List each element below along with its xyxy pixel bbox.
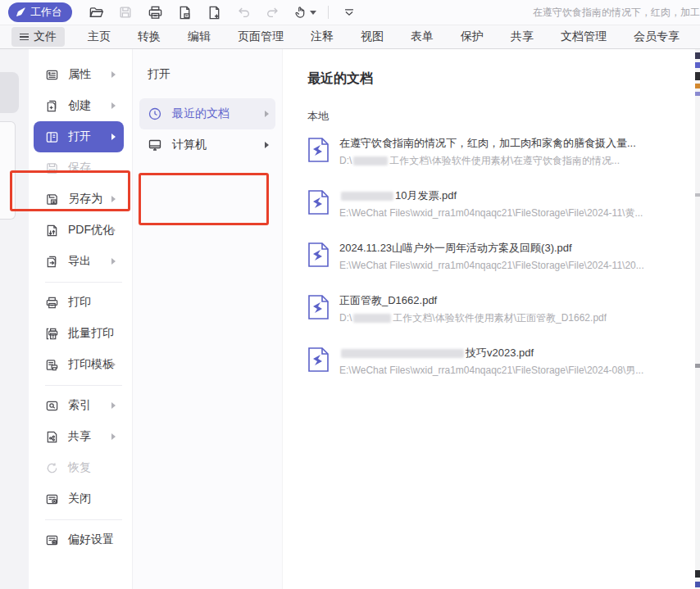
pdf-file-icon	[307, 347, 330, 373]
pdf-optimize-icon	[45, 224, 59, 238]
export-icon	[45, 255, 59, 269]
file-menu-item-create[interactable]: 创建	[34, 90, 124, 121]
submenu-arrow-icon	[111, 258, 116, 265]
recent-documents-title: 最近的文档	[307, 70, 695, 88]
workbench-button[interactable]: 工作台	[8, 2, 72, 22]
file-path: E:\WeChat Files\wxid_rra1m04nqaqc21\File…	[339, 259, 644, 272]
create-icon	[45, 99, 59, 113]
menu-tab-member[interactable]: 会员专享	[634, 29, 680, 44]
menu-tab-convert[interactable]: 转换	[138, 29, 161, 44]
file-menu-label: 关闭	[68, 492, 91, 506]
file-menu-item-save-as[interactable]: 另存为	[34, 183, 124, 215]
save-menu-icon	[45, 161, 59, 175]
file-item-text: 在遵守饮食指南的情况下，红肉，加工肉和家禽的膳食摄入量... D:\工作文档\体…	[339, 135, 636, 188]
menu-tab-view[interactable]: 视图	[361, 29, 384, 44]
file-backstage: 属性 创建 打开 保存 另存为	[0, 49, 700, 589]
page-remove-icon[interactable]	[175, 3, 193, 21]
file-menu-label: PDF优化	[68, 223, 114, 238]
menu-tab-comment[interactable]: 注释	[311, 29, 334, 44]
toolbar-collapse-icon[interactable]	[340, 3, 358, 21]
file-menu-item-index[interactable]: 索引	[34, 390, 124, 421]
menu-file-button[interactable]: 文件	[11, 27, 65, 47]
open-icon	[45, 130, 59, 144]
menu-file-label: 文件	[34, 29, 57, 44]
index-icon	[45, 399, 59, 413]
clock-icon	[148, 106, 162, 121]
file-menu-label: 打印	[68, 295, 91, 310]
file-menu-item-print-template[interactable]: 打印模板	[34, 349, 124, 380]
submenu-item-computer[interactable]: 计算机	[139, 129, 275, 161]
file-menu-label: 创建	[68, 98, 91, 113]
menu-tab-doc-management[interactable]: 文档管理	[561, 29, 607, 44]
submenu-arrow-icon	[265, 142, 269, 148]
menu-tab-edit[interactable]: 编辑	[188, 29, 211, 44]
hand-icon	[293, 5, 308, 20]
recent-file-item[interactable]: 2024.11.23山喵户外一周年活动方案及回顾(3).pdf E:\WeCha…	[307, 240, 695, 292]
submenu-arrow-icon	[111, 71, 116, 78]
file-title: 10月发票.pdf	[339, 188, 643, 203]
file-menu-item-restore[interactable]: 恢复	[34, 452, 124, 483]
recent-file-item[interactable]: 技巧v2023.pdf E:\WeChat Files\wxid_rra1m04…	[307, 345, 695, 397]
print-icon[interactable]	[146, 3, 164, 21]
menu-tab-page-management[interactable]: 页面管理	[238, 29, 284, 44]
file-menu-label: 另存为	[68, 192, 102, 206]
undo-icon[interactable]	[234, 3, 252, 21]
recent-file-item[interactable]: 在遵守饮食指南的情况下，红肉，加工肉和家禽的膳食摄入量... D:\工作文档\体…	[307, 135, 695, 188]
recent-file-item[interactable]: 10月发票.pdf E:\WeChat Files\wxid_rra1m04nq…	[307, 188, 695, 240]
underlying-panel-stub	[0, 121, 16, 220]
file-menu-item-batch-print[interactable]: 批量打印	[34, 318, 124, 349]
file-item-text: 技巧v2023.pdf E:\WeChat Files\wxid_rra1m04…	[339, 345, 643, 397]
file-menu-item-print[interactable]: 打印	[34, 287, 124, 318]
batch-print-icon	[45, 327, 59, 341]
file-menu-item-open[interactable]: 打开	[34, 121, 124, 152]
file-path: D:\工作文档\体验软件使用素材\在遵守饮食指南的情况...	[339, 154, 636, 167]
file-menu-item-save[interactable]: 保存	[34, 152, 124, 183]
redacted-text	[353, 314, 391, 323]
menu-tab-form[interactable]: 表单	[411, 29, 434, 44]
document-title: 在遵守饮食指南的情况下，红肉，加工	[533, 0, 700, 25]
file-path: E:\WeChat Files\wxid_rra1m04nqaqc21\File…	[339, 206, 643, 220]
file-menu-label: 打开	[68, 129, 91, 144]
underlying-window-edge	[695, 49, 700, 589]
local-section-label: 本地	[307, 109, 695, 124]
file-menu-item-pdf-optimize[interactable]: PDF优化	[34, 215, 124, 246]
menu-tab-home[interactable]: 主页	[88, 29, 111, 44]
computer-icon	[148, 138, 162, 152]
submenu-arrow-icon	[111, 402, 116, 409]
pdf-file-icon	[307, 294, 330, 320]
file-menu-item-properties[interactable]: 属性	[34, 59, 124, 90]
underlying-sidebar	[0, 49, 29, 589]
submenu-arrow-icon	[111, 102, 116, 109]
file-menu-label: 共享	[68, 429, 91, 444]
file-menu-item-preferences[interactable]: 偏好设置	[34, 524, 124, 555]
redo-icon[interactable]	[264, 3, 282, 21]
page-add-icon[interactable]	[205, 3, 223, 21]
save-icon[interactable]	[116, 3, 134, 21]
open-folder-icon[interactable]	[87, 3, 105, 21]
file-title: 2024.11.23山喵户外一周年活动方案及回顾(3).pdf	[339, 241, 644, 256]
hamburger-icon	[20, 34, 29, 41]
file-menu-item-export[interactable]: 导出	[34, 246, 124, 277]
submenu-arrow-icon	[111, 227, 116, 233]
file-menu-item-share[interactable]: 共享	[34, 421, 124, 452]
menu-divider	[45, 519, 122, 520]
hand-tool-button[interactable]	[293, 5, 316, 20]
toolbar-divider	[328, 6, 329, 19]
quill-icon	[15, 7, 26, 18]
menu-tab-protect[interactable]: 保护	[461, 29, 484, 44]
file-path: D:\工作文档\体验软件使用素材\正面管教_D1662.pdf	[339, 311, 607, 324]
redacted-text	[341, 349, 464, 358]
menu-items: 主页 转换 编辑 页面管理 注释 视图 表单 保护 共享 文档管理 会员专享 辅…	[88, 29, 700, 44]
open-submenu-title: 打开	[148, 67, 282, 82]
submenu-item-label: 最近的文档	[172, 106, 230, 121]
share-icon	[45, 430, 59, 444]
menu-tab-share[interactable]: 共享	[511, 29, 534, 44]
submenu-item-recent-documents[interactable]: 最近的文档	[139, 98, 275, 129]
file-menu-item-close[interactable]: 关闭	[34, 483, 124, 514]
file-menu-label: 恢复	[68, 460, 91, 475]
recent-file-item[interactable]: 正面管教_D1662.pdf D:\工作文档\体验软件使用素材\正面管教_D16…	[307, 292, 695, 345]
redacted-text	[341, 192, 393, 201]
submenu-arrow-icon	[111, 433, 116, 440]
quick-toolbar	[87, 3, 358, 21]
submenu-arrow-icon	[111, 134, 116, 140]
